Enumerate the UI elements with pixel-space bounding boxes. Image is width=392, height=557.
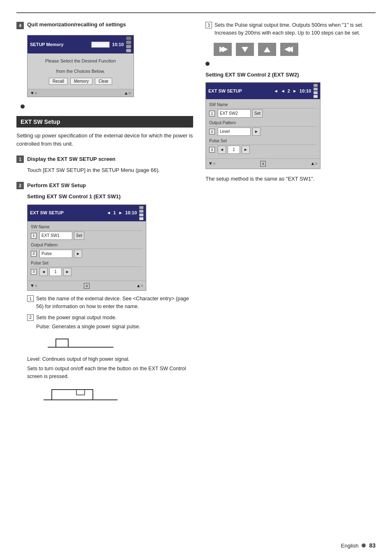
up-arrow-btn[interactable] (258, 43, 276, 56)
memory-clear-btn[interactable]: Clear (95, 78, 112, 85)
svg-marker-7 (284, 46, 290, 52)
ext-sw1-header-right: ◄ 1 ► 10:10 (106, 206, 143, 220)
right-item-3-text: Sets the Pulse signal output time. Outpu… (214, 21, 376, 37)
setup-memory-screen: SETUP Memory Cancel 10:10 (27, 35, 134, 97)
level-svg (39, 383, 122, 404)
step-2-title: Perform EXT SW Setup (27, 182, 86, 188)
ext-sw2-row2: Output Pattern 2 Level ► (209, 120, 317, 136)
footer-language: English (341, 543, 359, 549)
arrow-buttons-group (214, 43, 376, 56)
svg-marker-4 (242, 47, 248, 52)
ext-sw1-row2-btn[interactable]: ► (74, 250, 82, 258)
forward-arrow-btn[interactable] (214, 43, 232, 56)
item-1-text: 1 Sets the name of the external device. … (27, 295, 193, 311)
ext-sw1-nav-left[interactable]: ◄ (106, 209, 111, 217)
down-icon (240, 45, 249, 53)
level-diagram (39, 383, 193, 407)
memory-screen-buttons: Recall Memory Clear (32, 78, 129, 85)
ext-sw1-screen-body: SW Name 1 EXT SW1 Set Output Pattern (28, 221, 146, 281)
memory-memory-btn[interactable]: Memory (70, 78, 92, 85)
memory-footer-icon2: ▲○ (124, 91, 131, 95)
step-2-body: Setting EXT SW Control 1 (EXT SW1) EXT S… (27, 193, 193, 407)
svg-marker-5 (264, 47, 270, 52)
ext-sw1-nav-right[interactable]: ► (118, 209, 123, 217)
step-2-badge: 2 (16, 182, 24, 189)
section-4-badge: 4 (16, 22, 24, 29)
svg-marker-3 (222, 46, 228, 52)
ext-sw1-title: EXT SW SETUP (30, 209, 64, 217)
back-icon (284, 45, 294, 53)
footer-bullet (362, 543, 366, 548)
item-2-main: Sets the power signal output mode. (36, 314, 141, 322)
item-2-num: 2 (27, 314, 34, 321)
memory-cancel-btn[interactable]: Cancel (91, 42, 110, 48)
ext-sw2-title: Setting EXT SW Control 2 (EXT SW2) (205, 71, 376, 79)
step-2-header: 2 Perform EXT SW Setup (16, 181, 193, 189)
ext-sw2-row1-num: 1 (209, 111, 215, 116)
ext-sw2-row1: SW Name 1 EXT SW2 Set (209, 102, 317, 118)
memory-screen-footer: ▼○ ▲○ (28, 89, 134, 97)
ext-sw2-nav-left[interactable]: ◄ (281, 88, 285, 95)
ext-sw2-row1-btn[interactable]: Set (252, 109, 263, 118)
ext-sw2-screen-footer: ▼○ 4 ▲○ (206, 158, 320, 169)
ext-sw2-screen-header: EXT SW SETUP ◄ ◄ 2 ► 10:10 (206, 83, 320, 99)
ext-sw1-row3-left[interactable]: ◄ (39, 268, 48, 276)
ext-sw2-nav-num: 2 (288, 88, 290, 95)
memory-screen-body: Please Select the Desired Function from … (28, 53, 134, 89)
ext-sw1-row2-content: 2 Pulse ► (31, 250, 143, 258)
memory-recall-btn[interactable]: Recall (49, 78, 68, 85)
ext-sw1-row3-label: Pulse Set (31, 260, 143, 267)
ext-sw2-row2-content: 2 Level ► (209, 128, 317, 136)
ext-sw1-row3: Pulse Set 3 ◄ 1 ► (31, 260, 143, 276)
step-1-body: Touch [EXT SW SETUP] in the SETUP Menu (… (27, 166, 193, 175)
right-item-3-num: 3 (205, 22, 212, 28)
ext-sw2-footer-left: ▼○ (208, 160, 216, 167)
ext-sw2-row3-right[interactable]: ► (242, 146, 250, 154)
ext-sw1-row3-num: 3 (31, 269, 37, 275)
ext-sw1-row2-num: 2 (31, 251, 37, 257)
ext-sw-setup-header: EXT SW Setup (16, 116, 193, 128)
item-2-sub3: Sets to turn output on/off each time the… (27, 365, 193, 381)
ext-sw1-row3-right[interactable]: ► (63, 268, 71, 276)
memory-screen-text1: Please Select the Desired Function (32, 58, 129, 65)
ext-sw1-row3-value: 1 (49, 268, 62, 276)
ext-sw1-row2: Output Pattern 2 Pulse ► (31, 242, 143, 258)
up-icon (263, 45, 272, 53)
ext-sw1-row1: SW Name 1 EXT SW1 Set (31, 224, 143, 240)
ext-sw2-row3-left[interactable]: ◄ (218, 146, 226, 154)
memory-screen-time: 10:10 (112, 42, 124, 47)
item-2-level-text: Level: Continues output of high power si… (27, 355, 193, 363)
ext-sw-intro-text: Setting up power specification of the ex… (16, 132, 193, 148)
ext-sw1-time: 10:10 (125, 209, 137, 217)
step-1-title: Display the EXT SW SETUP screen (27, 156, 115, 162)
ext-sw1-row1-value: EXT SW1 (39, 232, 72, 240)
ext-sw2-row3-num: 3 (209, 147, 215, 153)
back-arrow-btn[interactable] (280, 43, 298, 56)
page-footer: English 83 (341, 542, 376, 549)
section-4-header: 4 Quit memorization/recalling of setting… (16, 21, 193, 29)
item-2-sub1: Pulse: Generates a single power signal p… (36, 323, 141, 331)
ext-sw2-row2-btn[interactable]: ► (252, 128, 261, 136)
item-1-num: 1 (27, 295, 34, 302)
ext-sw2-nav-right[interactable]: ► (293, 88, 297, 95)
ext-sw2-note: The setup method is the same as "EXT SW1… (205, 175, 376, 183)
footer-page-number: 83 (369, 542, 376, 549)
memory-screen-header: SETUP Memory Cancel 10:10 (28, 35, 134, 53)
ext-sw2-time: 10:10 (300, 88, 311, 95)
right-column: 3 Sets the Pulse signal output time. Out… (205, 21, 376, 413)
right-item-3: 3 Sets the Pulse signal output time. Out… (205, 21, 376, 37)
ext-sw1-row3-content: 3 ◄ 1 ► (31, 268, 143, 276)
ext-sw2-row3-content: 3 ◄ 1 ► (209, 146, 317, 154)
section-4-title: Quit memorization/recalling of settings (27, 21, 126, 28)
ext-sw2-row1-value: EXT SW2 (218, 109, 251, 118)
ext-sw2-row3-label: Pulse Set (209, 138, 317, 145)
ext-sw1-row1-btn[interactable]: Set (74, 232, 84, 240)
down-arrow-btn[interactable] (236, 43, 254, 56)
pulse-svg (39, 335, 122, 351)
memory-screen-text2: from the Choices Below. (32, 68, 129, 75)
ext-sw2-screen: EXT SW SETUP ◄ ◄ 2 ► 10:10 (205, 82, 321, 169)
step-2-section: 2 Perform EXT SW Setup Setting EXT SW Co… (16, 181, 193, 407)
pulse-diagram (39, 335, 193, 351)
item-2-text: 2 Sets the power signal output mode. Pul… (27, 314, 193, 331)
ext-sw1-row1-label: SW Name (31, 224, 143, 231)
